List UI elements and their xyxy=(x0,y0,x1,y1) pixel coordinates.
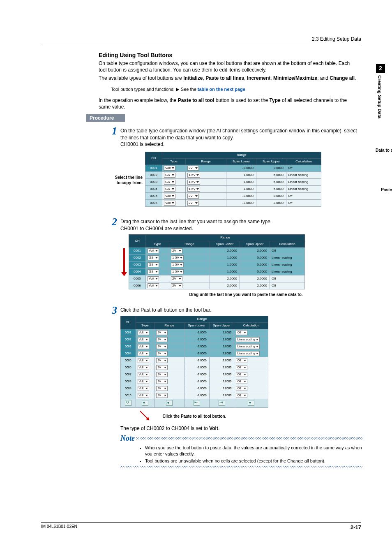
table-row[interactable]: 0001Volt2V-2.00002.0000Off xyxy=(145,165,321,172)
section-title: Editing Using Tool Buttons xyxy=(99,52,357,58)
dropdown-cell[interactable]: 2V xyxy=(156,337,168,342)
dropdown-cell[interactable]: 1-5V xyxy=(187,173,200,178)
table-row[interactable]: 0005Volt2V-2.00002.0000Off xyxy=(129,275,305,282)
dropdown-cell[interactable]: Off xyxy=(236,330,247,335)
dropdown-cell[interactable]: GS xyxy=(148,269,159,274)
minimize-tool-icon[interactable] xyxy=(194,400,200,406)
dropdown-cell[interactable]: Linear scaling xyxy=(236,337,259,342)
dropdown-cell[interactable]: Volt xyxy=(138,386,149,391)
initialize-tool-icon[interactable] xyxy=(125,400,131,406)
dropdown-cell[interactable]: Volt xyxy=(164,201,175,206)
table-row[interactable]: 0004GS1-5V1.00005.0000Linear scaling xyxy=(145,186,321,193)
table-row[interactable]: 0008Volt2V-2.00002.0000Off xyxy=(121,378,268,385)
table-row[interactable]: 0010Volt2V-2.00002.0000Off xyxy=(121,392,268,399)
dropdown-cell[interactable]: 2V xyxy=(171,283,182,288)
dropdown-cell[interactable]: 2V xyxy=(187,194,199,199)
dropdown-cell[interactable]: GS xyxy=(148,262,159,267)
dropdown-cell[interactable]: 1-5V xyxy=(171,262,184,267)
callout-select-line: Select the lineto copy from. xyxy=(106,175,143,186)
dropdown-cell[interactable]: 2V xyxy=(156,365,168,370)
dropdown-cell[interactable]: Volt xyxy=(148,248,159,253)
dropdown-cell[interactable]: 2V xyxy=(187,166,199,171)
dropdown-cell[interactable]: Linear scaling xyxy=(236,351,259,356)
table-row[interactable]: 0004Volt2V-2.00002.0000Linear scaling xyxy=(121,350,268,357)
channel-table-2: CHRange TypeRangeSpan LowerSpan UpperCal… xyxy=(129,234,305,290)
table-row[interactable]: 0002Volt2V-2.00002.0000Linear scaling xyxy=(121,336,268,343)
cross-reference-link[interactable]: table on the next page xyxy=(198,87,245,92)
dropdown-cell[interactable]: 2V xyxy=(156,393,168,398)
increment-tool-icon[interactable] xyxy=(166,400,173,406)
footer-doc-id: IM 04L61B01-02EN xyxy=(41,524,77,530)
table-row[interactable]: 0007Volt2V-2.00002.0000Off xyxy=(121,371,268,378)
dropdown-cell[interactable]: GS xyxy=(164,180,175,185)
dropdown-cell[interactable]: Volt xyxy=(138,372,149,377)
table-row[interactable]: 0003GS1-5V1.00005.0000Linear scaling xyxy=(145,179,321,186)
paste-to-all-tool-icon[interactable] xyxy=(142,400,148,406)
table-row[interactable]: 0002GS1-5V1.00005.0000Linear scaling xyxy=(145,172,321,179)
dropdown-cell[interactable]: Volt xyxy=(138,379,149,384)
dropdown-cell[interactable]: GS xyxy=(148,255,159,260)
dropdown-cell[interactable]: Volt xyxy=(138,330,149,335)
table-row[interactable]: 0006Volt2V-2.00002.0000Off xyxy=(121,364,268,371)
dropdown-cell[interactable]: Volt xyxy=(164,194,175,199)
dropdown-cell[interactable]: Volt xyxy=(164,166,175,171)
dropdown-cell[interactable]: Volt xyxy=(138,393,149,398)
dropdown-cell[interactable]: 2V xyxy=(156,344,168,349)
dropdown-cell[interactable]: Off xyxy=(236,393,247,398)
dropdown-cell[interactable]: Off xyxy=(236,358,247,363)
dropdown-cell[interactable]: Volt xyxy=(138,358,149,363)
intro-paragraph-1: On table type configuration windows, you… xyxy=(99,60,357,73)
table-row[interactable]: 0001Volt2V-2.00002.0000Off xyxy=(129,247,305,254)
dropdown-cell[interactable]: 2V xyxy=(171,248,182,253)
result-text: The type of CH0002 to CH0004 is set to V… xyxy=(120,425,363,432)
dropdown-cell[interactable]: 1-5V xyxy=(171,255,184,260)
step-number: 3 xyxy=(105,305,120,467)
table-row[interactable]: 0001Volt2V-2.00002.0000Off xyxy=(121,329,268,336)
dropdown-cell[interactable]: 2V xyxy=(156,386,168,391)
dropdown-cell[interactable]: Linear scaling xyxy=(236,344,259,349)
dropdown-cell[interactable]: 2V xyxy=(156,358,168,363)
callout-paste-destination: Paste destination xyxy=(381,187,392,193)
dropdown-cell[interactable]: Volt xyxy=(148,283,159,288)
dropdown-cell[interactable]: Volt xyxy=(138,344,149,349)
table-row[interactable]: 0005Volt2V-2.00002.0000Off xyxy=(145,193,321,200)
dropdown-cell[interactable]: Volt xyxy=(138,351,149,356)
side-tab: 2 Creating Setup Data xyxy=(372,64,389,118)
dropdown-cell[interactable]: 2V xyxy=(156,351,168,356)
dropdown-cell[interactable]: Volt xyxy=(138,365,149,370)
change-all-tool-icon[interactable] xyxy=(248,400,254,406)
dropdown-cell[interactable]: Off xyxy=(236,365,247,370)
table-row[interactable]: 0009Volt2V-2.00002.0000Off xyxy=(121,385,268,392)
table-row[interactable]: 0003GS1-5V1.00005.0000Linear scaling xyxy=(129,261,305,268)
step-1: 1 On the table type configuration window… xyxy=(105,126,363,209)
dropdown-cell[interactable]: 1-5V xyxy=(171,269,184,274)
table-row[interactable]: 0003Volt2V-2.00002.0000Linear scaling xyxy=(121,343,268,350)
step-2: 2 Drag the cursor to the last line that … xyxy=(105,217,363,297)
table-row[interactable]: 0006Volt2V-2.00002.0000Off xyxy=(145,200,321,207)
maximize-tool-icon[interactable] xyxy=(219,400,225,406)
footer: IM 04L61B01-02EN 2-17 xyxy=(41,522,361,530)
dropdown-cell[interactable]: GS xyxy=(164,187,175,192)
procedure-heading: Procedure xyxy=(86,114,125,122)
dropdown-cell[interactable]: 2V xyxy=(171,276,182,281)
dropdown-cell[interactable]: 1-5V xyxy=(187,180,200,185)
dropdown-cell[interactable]: Volt xyxy=(148,276,159,281)
dropdown-cell[interactable]: Volt xyxy=(138,337,149,342)
note-list: When you use the tool button to paste da… xyxy=(129,445,363,464)
reference-line: Tool button types and functions: See the… xyxy=(111,86,357,92)
dropdown-cell[interactable]: 2V xyxy=(187,201,199,206)
dropdown-cell[interactable]: Off xyxy=(236,379,247,384)
dropdown-cell[interactable]: Off xyxy=(236,386,247,391)
dropdown-cell[interactable]: 1-5V xyxy=(187,187,200,192)
channel-table-3: CHRange TypeRangeSpan LowerSpan UpperCal… xyxy=(120,316,268,408)
table-row[interactable]: 0002GS1-5V1.00005.0000Linear scaling xyxy=(129,254,305,261)
dropdown-cell[interactable]: 2V xyxy=(156,379,168,384)
table-row[interactable]: 0006Volt2V-2.00002.0000Off xyxy=(129,282,305,289)
table-row[interactable]: 0005Volt2V-2.00002.0000Off xyxy=(121,357,268,364)
table-row[interactable]: 0004GS1-5V1.00005.0000Linear scaling xyxy=(129,268,305,275)
dropdown-cell[interactable]: 2V xyxy=(156,330,168,335)
dropdown-cell[interactable]: 2V xyxy=(156,372,168,377)
callout-data-to-copy: Data to copy xyxy=(376,148,392,153)
dropdown-cell[interactable]: Off xyxy=(236,372,247,377)
dropdown-cell[interactable]: GS xyxy=(164,173,175,178)
